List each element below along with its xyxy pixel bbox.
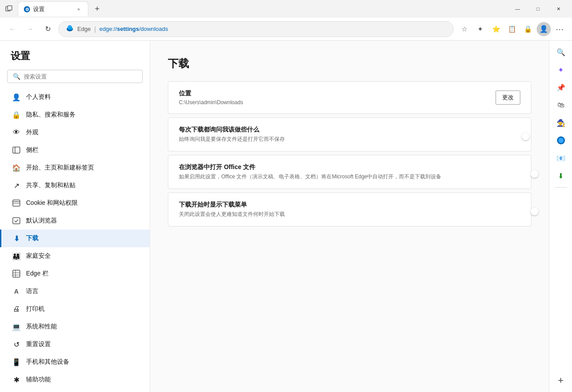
cookies-icon: [12, 199, 21, 207]
sidebar-item-printer[interactable]: 🖨 打印机: [0, 300, 150, 318]
collections-icon[interactable]: 📋: [505, 22, 519, 36]
rs-copilot-icon[interactable]: ✦: [553, 62, 569, 78]
search-icon: 🔍: [13, 73, 20, 80]
url-path: /downloads: [139, 26, 168, 32]
titlebar-left: ⚙ 设置 × +: [4, 1, 508, 16]
tab-group-icon: [4, 4, 14, 14]
right-sidebar: 🔍 ✦ 📌 🛍 🧙 📧 ⬇ +: [549, 41, 572, 392]
sidebar-item-family[interactable]: 👨‍👩‍👧 家庭安全: [0, 247, 150, 265]
settings-sidebar: 设置 🔍 👤 个人资料 🔒 隐私、搜索和服务 👁 外观 侧栏 🏠 开始、主页和新…: [0, 41, 150, 392]
star-icon[interactable]: ⭐: [489, 22, 503, 36]
minimize-button[interactable]: —: [508, 0, 528, 18]
family-icon: 👨‍👩‍👧: [12, 252, 21, 260]
rs-download2-icon[interactable]: ⬇: [553, 168, 569, 184]
sidebar-item-reset[interactable]: ↺ 重置设置: [0, 335, 150, 353]
sidebar-item-edgebar[interactable]: Edge 栏: [0, 265, 150, 283]
profile-button[interactable]: 👤: [537, 22, 551, 36]
new-tab-button[interactable]: +: [90, 3, 104, 15]
svg-point-21: [558, 138, 564, 143]
addressbar-actions: ☆ ✦ ⭐ 📋 🔒 👤 ⋯: [457, 22, 567, 36]
sidebar-item-label: 下载: [26, 234, 38, 242]
forward-button[interactable]: →: [23, 22, 37, 36]
search-input[interactable]: [24, 73, 137, 80]
rs-avatar-icon[interactable]: 🧙: [553, 115, 569, 131]
sidebar-item-privacy[interactable]: 🔒 隐私、搜索和服务: [0, 106, 150, 124]
sidebar-item-label: 系统和性能: [26, 323, 57, 331]
rs-circle-icon[interactable]: [553, 132, 569, 148]
url-separator: |: [94, 26, 96, 33]
refresh-button[interactable]: ↻: [41, 22, 55, 36]
sidebar-item-label: 共享、复制和粘贴: [26, 181, 76, 189]
rs-collections-icon[interactable]: 📌: [553, 79, 569, 95]
favorites-icon[interactable]: ☆: [457, 22, 471, 36]
sidebar-item-accessibility[interactable]: ✱ 辅助功能: [0, 371, 150, 388]
url-bar[interactable]: Edge | edge://settings/downloads: [58, 21, 454, 37]
sidebar-item-sidebar[interactable]: 侧栏: [0, 141, 150, 159]
office-sub: 如果启用此设置，Office 文件（演示文稿、电子表格、文档）将在Microso…: [179, 173, 510, 181]
show-menu-sub: 关闭此设置会使人更难知道文件何时开始下载: [179, 211, 510, 218]
back-button[interactable]: ←: [5, 22, 19, 36]
rs-add-button[interactable]: +: [553, 373, 569, 388]
sidebar-item-label: 个人资料: [26, 93, 51, 101]
system-icon: 💻: [12, 322, 21, 331]
svg-rect-7: [13, 147, 20, 153]
rs-search-icon[interactable]: 🔍: [553, 44, 569, 60]
url-bold: settings: [117, 26, 139, 32]
sidebar-item-start[interactable]: 🏠 开始、主页和新建标签页: [0, 159, 150, 177]
sidebar-item-downloads[interactable]: ⬇ 下载: [0, 230, 150, 247]
sidebar-title: 设置: [0, 49, 150, 70]
menu-button[interactable]: ⋯: [553, 22, 567, 36]
sidebar-item-about[interactable]: 关于 Microsoft Edge: [0, 388, 150, 392]
sidebar-item-label: 语言: [26, 287, 38, 295]
url-edge-label: Edge: [77, 26, 91, 32]
sidebar-item-appearance[interactable]: 👁 外观: [0, 124, 150, 141]
sidebar-item-share[interactable]: ↗ 共享、复制和粘贴: [0, 177, 150, 194]
change-button[interactable]: 更改: [496, 90, 520, 105]
titlebar: ⚙ 设置 × + — □ ✕: [0, 0, 572, 18]
close-button[interactable]: ✕: [548, 0, 568, 18]
tab-title: 设置: [33, 5, 45, 13]
main-layout: 设置 🔍 👤 个人资料 🔒 隐私、搜索和服务 👁 外观 侧栏 🏠 开始、主页和新…: [0, 41, 572, 392]
url-protocol: edge://: [99, 26, 117, 32]
lock-icon: 🔒: [12, 110, 21, 119]
copilot-icon[interactable]: ✦: [473, 22, 487, 36]
svg-rect-1: [8, 6, 12, 10]
addressbar: ← → ↻ Edge | edge://settings/downloads ☆…: [0, 18, 572, 41]
sidebar-item-cookies[interactable]: Cookie 和网站权限: [0, 194, 150, 212]
sidebar-search-box[interactable]: 🔍: [7, 70, 143, 83]
sidebar-item-system[interactable]: 💻 系统和性能: [0, 318, 150, 335]
active-tab[interactable]: ⚙ 设置 ×: [18, 1, 88, 16]
show-menu-label: 下载开始时显示下载菜单: [179, 201, 510, 209]
office-card: 在浏览器中打开 Office 文件 如果启用此设置，Office 文件（演示文稿…: [168, 155, 531, 189]
maximize-button[interactable]: □: [528, 0, 548, 18]
ask-sub: 始终询问我是要保存文件还是打开它而不保存: [179, 136, 510, 143]
show-menu-row: 下载开始时显示下载菜单 关闭此设置会使人更难知道文件何时开始下载: [168, 193, 531, 226]
sidebar-item-label: 开始、主页和新建标签页: [26, 164, 94, 172]
rs-store-icon[interactable]: 🛍: [553, 97, 569, 113]
account-icon[interactable]: 🔒: [521, 22, 535, 36]
ask-label: 每次下载都询问我该做些什么: [179, 126, 510, 134]
svg-text:⚙: ⚙: [25, 7, 29, 12]
download-icon: ⬇: [12, 234, 21, 243]
rs-outlook-icon[interactable]: 📧: [553, 150, 569, 166]
office-row: 在浏览器中打开 Office 文件 如果启用此设置，Office 文件（演示文稿…: [168, 155, 531, 188]
tab-close-button[interactable]: ×: [75, 5, 83, 13]
sidebar-item-mobile[interactable]: 📱 手机和其他设备: [0, 353, 150, 371]
tab-favicon: ⚙: [23, 6, 30, 13]
sidebar-item-language[interactable]: A 语言: [0, 283, 150, 300]
sidebar-item-default[interactable]: 默认浏览器: [0, 212, 150, 230]
sidebar-item-label: Cookie 和网站权限: [26, 199, 78, 207]
url-address: edge://settings/downloads: [99, 26, 168, 32]
edgebar-icon: [12, 269, 21, 278]
sidebar-item-label: 外观: [26, 128, 38, 136]
sidebar-item-profile[interactable]: 👤 个人资料: [0, 88, 150, 106]
edge-logo: [66, 24, 74, 34]
location-content: 位置 C:\Users\admin\Downloads: [179, 90, 485, 106]
svg-rect-12: [13, 218, 20, 224]
page-title: 下载: [168, 57, 531, 71]
accessibility-icon: ✱: [12, 375, 21, 384]
share-icon: ↗: [12, 181, 21, 190]
ask-card: 每次下载都询问我该做些什么 始终询问我是要保存文件还是打开它而不保存: [168, 117, 531, 151]
ask-content: 每次下载都询问我该做些什么 始终询问我是要保存文件还是打开它而不保存: [179, 126, 510, 143]
sidebar-item-label: 默认浏览器: [26, 217, 57, 225]
